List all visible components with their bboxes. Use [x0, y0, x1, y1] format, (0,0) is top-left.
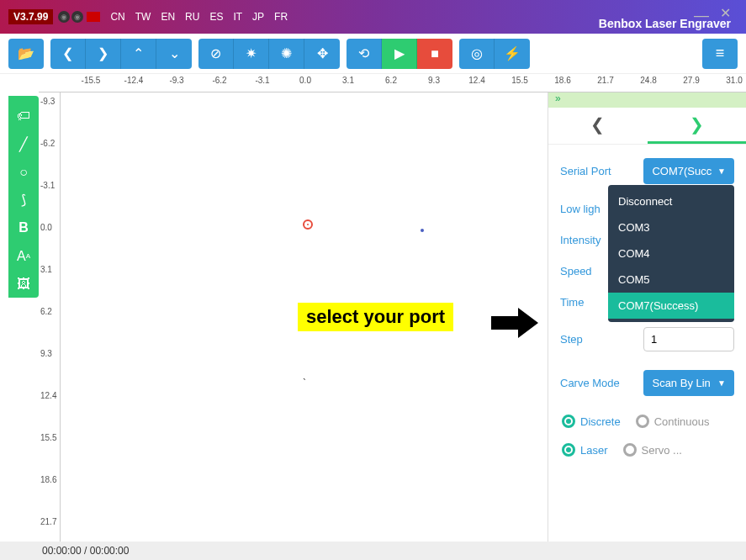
ruler-tick: -9.3 — [169, 76, 183, 85]
panel-tabs: ❮ ❯ — [548, 108, 746, 145]
radio-dot-icon — [562, 415, 575, 428]
serial-port-value: COM7(Succ — [652, 165, 712, 177]
tab-next[interactable]: ❯ — [648, 108, 747, 144]
bolt-icon[interactable]: ⚡ — [495, 39, 530, 69]
radio-mode: Discrete Continuous — [560, 415, 734, 428]
circle-tool[interactable]: ○ — [8, 159, 39, 185]
open-button[interactable]: 📂 — [8, 39, 44, 69]
lang-jp[interactable]: JP — [252, 11, 264, 23]
canvas[interactable]: ` select your port — [61, 92, 548, 542]
ruler-tick: 0.0 — [40, 223, 52, 232]
collapse-handle[interactable]: » — [548, 92, 746, 108]
dd-com3[interactable]: COM3 — [608, 214, 734, 240]
radio-continuous[interactable]: Continuous — [636, 415, 710, 428]
radio-dot-icon — [636, 415, 649, 428]
language-list: CN TW EN RU ES IT JP FR — [110, 11, 288, 23]
ruler-tick: 12.4 — [40, 391, 56, 400]
ruler-tick: -6.2 — [40, 139, 55, 148]
lang-ru[interactable]: RU — [185, 11, 199, 23]
ruler-vertical: -9.3 -6.2 -3.1 0.0 3.1 6.2 9.3 12.4 15.5… — [39, 92, 61, 542]
toolbar: 📂 ❮ ❯ ⌃ ⌄ ⊘ ✷ ✺ ✥ ⟲ ▶ ■ ◎ ⚡ ≡ — [0, 34, 746, 74]
up-button[interactable]: ⌃ — [121, 39, 156, 69]
ruler-tick: 0.0 — [299, 76, 311, 85]
ruler-horizontal: -15.5 -12.4 -9.3 -6.2 -3.1 0.0 3.1 6.2 9… — [39, 74, 746, 92]
ruler-tick: 21.7 — [40, 517, 56, 526]
flag-icon[interactable] — [87, 12, 100, 22]
ruler-tick: -6.2 — [212, 76, 226, 85]
target-icon[interactable]: ◎ — [459, 39, 495, 69]
ruler-tick: -3.1 — [40, 181, 55, 190]
title-bar: V3.7.99 ◉ ◉ CN TW EN RU ES IT JP FR — ✕ … — [0, 0, 746, 34]
tab-prev[interactable]: ❮ — [548, 108, 648, 144]
lang-tw[interactable]: TW — [135, 11, 151, 23]
tick-mark: ` — [303, 378, 306, 389]
serial-port-label: Serial Port — [560, 165, 643, 177]
radio-output: Laser Servo ... — [560, 443, 734, 457]
ruler-tick: 6.2 — [40, 307, 52, 316]
ruler-tick: 9.3 — [428, 76, 440, 85]
menu-button[interactable]: ≡ — [702, 39, 738, 69]
status-time: 00:00:00 / 00:00:00 — [42, 545, 129, 557]
ruler-tick: 21.7 — [597, 76, 613, 85]
ruler-tick: -9.3 — [40, 97, 55, 106]
lang-fr[interactable]: FR — [274, 11, 288, 23]
title-circles: ◉ ◉ — [58, 11, 83, 23]
dd-disconnect[interactable]: Disconnect — [608, 188, 734, 214]
loop-button[interactable]: ⟲ — [347, 39, 382, 69]
tag-tool[interactable]: 🏷 — [8, 103, 39, 129]
circle-icon[interactable]: ◉ — [58, 11, 70, 23]
lang-it[interactable]: IT — [233, 11, 242, 23]
right-button[interactable]: ❯ — [86, 39, 121, 69]
circle-icon[interactable]: ◉ — [71, 11, 83, 23]
settings-panel: » ❮ ❯ Serial Port COM7(Succ ▼ Disconnect… — [548, 92, 746, 542]
cancel-icon[interactable]: ⊘ — [198, 39, 234, 69]
ruler-tick: 31.0 — [726, 76, 742, 85]
origin-dot — [307, 224, 309, 225]
ruler-tick: 27.9 — [683, 76, 699, 85]
lang-en[interactable]: EN — [161, 11, 175, 23]
left-button[interactable]: ❮ — [50, 39, 86, 69]
radio-servo[interactable]: Servo ... — [623, 443, 682, 457]
row-carve-mode: Carve Mode Scan By Lin ▼ — [560, 370, 734, 396]
radio-discrete[interactable]: Discrete — [562, 415, 621, 428]
version-label: V3.7.99 — [8, 9, 53, 24]
lang-es[interactable]: ES — [209, 11, 223, 23]
carve-mode-label: Carve Mode — [560, 377, 643, 389]
text-tool[interactable]: AA — [8, 243, 39, 269]
dd-com7[interactable]: COM7(Success) — [608, 293, 734, 319]
ruler-tick: -3.1 — [255, 76, 269, 85]
radio-label: Laser — [580, 444, 608, 457]
caret-down-icon: ▼ — [717, 166, 726, 176]
app-title: Benbox Laser Engraver — [599, 17, 731, 30]
stop-button[interactable]: ■ — [417, 39, 452, 69]
curve-tool[interactable]: ⟆ — [8, 187, 39, 213]
ruler-tick: 6.2 — [385, 76, 397, 85]
image-tool[interactable]: 🖼 — [8, 272, 39, 298]
radio-label: Servo ... — [642, 444, 682, 457]
gear-icon[interactable]: ✷ — [234, 39, 269, 69]
dd-com5[interactable]: COM5 — [608, 267, 734, 293]
radio-label: Discrete — [580, 415, 621, 428]
radio-laser[interactable]: Laser — [562, 443, 608, 457]
step-input[interactable] — [643, 327, 734, 351]
ruler-tick: 24.8 — [640, 76, 656, 85]
ruler-tick: 15.5 — [40, 433, 56, 442]
lang-cn[interactable]: CN — [110, 11, 124, 23]
dd-com4[interactable]: COM4 — [608, 240, 734, 267]
step-label: Step — [560, 333, 643, 346]
point-marker — [421, 229, 424, 232]
carve-mode-select[interactable]: Scan By Lin ▼ — [643, 370, 734, 396]
bold-tool[interactable]: B — [8, 215, 39, 241]
radio-dot-icon — [562, 443, 575, 457]
annotation-label: select your port — [298, 303, 453, 331]
move-icon[interactable]: ✥ — [304, 39, 340, 69]
caret-down-icon: ▼ — [717, 378, 726, 388]
gear2-icon[interactable]: ✺ — [269, 39, 304, 69]
ruler-tick: 15.5 — [511, 76, 527, 85]
serial-port-dropdown: Disconnect COM3 COM4 COM5 COM7(Success) — [608, 185, 734, 322]
ruler-tick: 3.1 — [40, 265, 52, 274]
line-tool[interactable]: ╱ — [8, 130, 39, 156]
arrow-icon — [489, 306, 540, 340]
down-button[interactable]: ⌄ — [156, 39, 192, 69]
play-button[interactable]: ▶ — [382, 39, 417, 69]
